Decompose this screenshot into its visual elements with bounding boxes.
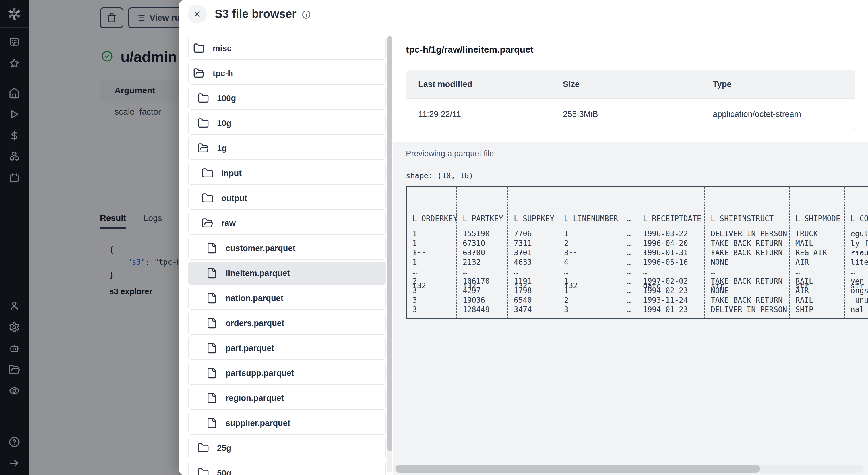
- tree-item-label: tpc-h: [213, 69, 233, 78]
- preview-cell: lite: [850, 258, 868, 267]
- tree-item-label: misc: [213, 43, 231, 53]
- preview-cell: AIR: [795, 258, 844, 267]
- help-icon[interactable]: [8, 436, 20, 448]
- variables-dollar-icon[interactable]: [8, 129, 20, 142]
- file-path-title: tpc-h/1g/raw/lineitem.parquet: [406, 44, 534, 55]
- close-button[interactable]: [188, 5, 207, 24]
- folder-icon: [202, 192, 213, 204]
- preview-table-column-L_RECEIPTDATE: L_RECEIPTDATE --- date 1996-03-221996-04…: [637, 187, 704, 319]
- tree-item-10g[interactable]: 10g: [188, 112, 386, 135]
- folder-open-icon: [202, 217, 213, 229]
- file-icon: [206, 292, 218, 304]
- schedules-calendar-icon[interactable]: [8, 172, 20, 184]
- tree-item-tpc-h[interactable]: tpc-h: [188, 62, 386, 85]
- folders-icon[interactable]: [8, 363, 20, 376]
- tree-item-misc[interactable]: misc: [188, 37, 386, 60]
- meta-value-row: 11:29 22/11258.3MiBapplication/octet-str…: [406, 98, 855, 129]
- preview-cell: AIR: [795, 286, 844, 296]
- tree-item-100g[interactable]: 100g: [188, 87, 386, 110]
- tree-item-1g[interactable]: 1g: [188, 137, 386, 160]
- preview-table-column-L_SHIPINSTRUCT: L_SHIPINSTRUCT --- str DELIVER IN PERSON…: [704, 187, 789, 319]
- preview-cell: 19036: [463, 296, 507, 305]
- preview-cell: RAIL: [795, 296, 844, 305]
- tree-item-25g[interactable]: 25g: [188, 437, 386, 459]
- file-tree: misc tpc-h 100g 10g 1g input: [188, 37, 386, 475]
- file-icon: [206, 417, 218, 429]
- preview-cell: TAKE BACK RETURN: [711, 248, 789, 258]
- preview-cell: 1996-04-20: [643, 239, 704, 248]
- tree-item-label: customer.parquet: [226, 243, 296, 253]
- tree-item-raw[interactable]: raw: [188, 212, 386, 235]
- windmill-logo-icon[interactable]: [0, 0, 29, 28]
- workers-robot-icon[interactable]: [8, 342, 20, 354]
- tree-item-partsupp.parquet[interactable]: partsupp.parquet: [188, 362, 386, 385]
- meta-label-0: Last modified: [406, 80, 551, 89]
- home-icon[interactable]: [8, 87, 20, 99]
- tree-item-input[interactable]: input: [188, 162, 386, 185]
- file-icon: [206, 367, 218, 379]
- preview-cell: …: [627, 296, 637, 305]
- column-name: L_LINENUMBER: [564, 213, 621, 224]
- horizontal-scrollbar-thumb[interactable]: [396, 465, 760, 473]
- tree-item-label: nation.parquet: [226, 294, 283, 303]
- file-icon: [206, 392, 218, 404]
- apps-icon[interactable]: [8, 36, 20, 48]
- preview-cell: 3474: [514, 305, 558, 315]
- tree-item-customer.parquet[interactable]: customer.parquet: [188, 237, 386, 260]
- preview-cell: 2132: [463, 258, 507, 267]
- tree-item-region.parquet[interactable]: region.parquet: [188, 387, 386, 410]
- tree-scrollbar-thumb[interactable]: [388, 36, 392, 451]
- tree-item-supplier.parquet[interactable]: supplier.parquet: [188, 412, 386, 435]
- tree-item-label: partsupp.parquet: [226, 368, 294, 378]
- tree-item-50g[interactable]: 50g: [188, 462, 386, 475]
- resources-boxes-icon[interactable]: [8, 151, 20, 163]
- column-name: …: [627, 213, 637, 224]
- meta-label-1: Size: [551, 80, 701, 89]
- tree-item-nation.parquet[interactable]: nation.parquet: [188, 287, 386, 309]
- tree-item-label: 25g: [217, 443, 231, 453]
- preview-table-column-L_SHIPMODE: L_SHIPMODE --- str TRUCKMAILREG AIRAIR…R…: [789, 187, 844, 319]
- collapse-arrow-icon[interactable]: [8, 457, 20, 469]
- preview-cell: 1994-02-23: [643, 286, 704, 296]
- app-sidebar: [0, 0, 29, 475]
- file-meta-card: Last modifiedSizeType 11:29 22/11258.3Mi…: [406, 70, 856, 130]
- sidebar-group-top: [0, 28, 29, 78]
- file-tree-pane: misc tpc-h 100g 10g 1g input: [179, 28, 393, 475]
- meta-value-0: 11:29 22/11: [406, 110, 551, 119]
- info-icon[interactable]: [302, 9, 311, 19]
- tree-item-label: output: [221, 194, 247, 203]
- preview-cell: NONE: [711, 286, 789, 296]
- preview-cell: …: [627, 305, 637, 315]
- column-name: L_PARTKEY: [463, 213, 507, 224]
- preview-label: Previewing a parquet file: [406, 149, 868, 158]
- parquet-preview-table: L_ORDERKEY --- i32 1111…2333 L_PARTKEY -…: [406, 186, 868, 319]
- tree-item-orders.parquet[interactable]: orders.parquet: [188, 311, 386, 334]
- preview-cell: ly f: [850, 239, 868, 248]
- runs-play-icon[interactable]: [8, 108, 20, 120]
- preview-cell: TAKE BACK RETURN: [711, 239, 789, 248]
- users-icon[interactable]: [8, 300, 20, 312]
- tree-item-label: raw: [221, 218, 236, 228]
- meta-header-row: Last modifiedSizeType: [406, 70, 855, 98]
- preview-table-column-L_COMMENT: L_COMMENT --- str egully frioulite…ven o…: [844, 187, 868, 319]
- tree-item-output[interactable]: output: [188, 187, 386, 210]
- preview-table-column-L_ORDERKEY: L_ORDERKEY --- i32 1111…2333: [407, 187, 456, 319]
- settings-gear-icon[interactable]: [8, 321, 20, 333]
- s3-file-browser-modal: S3 file browser misc tpc-h 100g: [179, 0, 868, 475]
- tree-item-part.parquet[interactable]: part.parquet: [188, 336, 386, 360]
- folder-icon: [197, 442, 209, 454]
- tree-item-label: supplier.parquet: [226, 418, 290, 428]
- tree-item-label: 10g: [217, 119, 231, 128]
- meta-value-2: application/octet-stream: [701, 110, 855, 119]
- audit-eye-icon[interactable]: [8, 385, 20, 397]
- tree-item-lineitem.parquet[interactable]: lineitem.parquet: [188, 262, 386, 285]
- preview-cell: unu: [850, 296, 868, 305]
- file-icon: [206, 242, 218, 254]
- preview-cell: egul: [850, 229, 868, 239]
- preview-cell: SHIP: [795, 305, 844, 315]
- preview-cell: ven: [850, 276, 868, 286]
- column-header: L_SHIPMODE --- str: [789, 187, 844, 226]
- favorites-star-icon[interactable]: [8, 57, 20, 69]
- column-name: L_SHIPINSTRUCT: [711, 213, 789, 224]
- preview-cell: REG AIR: [795, 248, 844, 258]
